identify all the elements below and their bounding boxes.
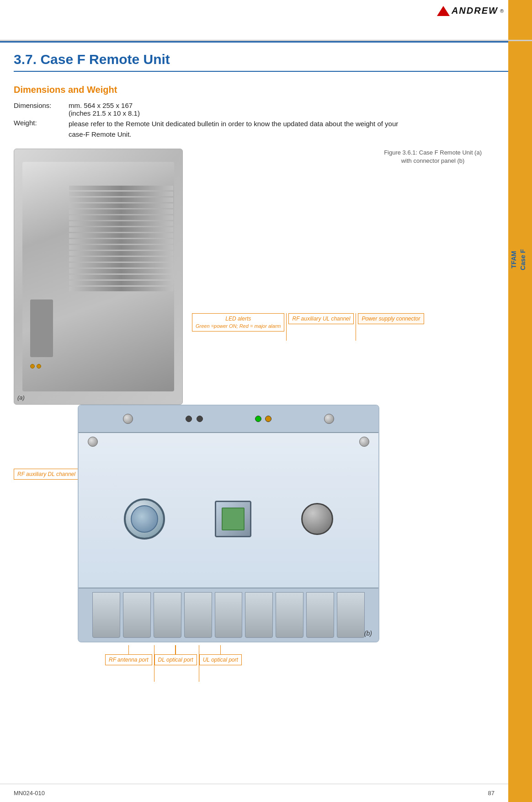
device-a-wrapper: (a) <box>14 149 183 405</box>
ul-optical-connector <box>301 503 333 535</box>
fin-1 <box>69 186 173 190</box>
conn-square-dl <box>215 501 251 537</box>
callout-ul-optical-text: UL optical port <box>203 657 238 663</box>
led-indicator-1 <box>186 416 192 422</box>
panel-fins <box>79 588 378 642</box>
section-number: 3.7. <box>14 52 37 67</box>
panel-fin-1 <box>92 592 120 638</box>
device-panel-b: (b) <box>78 405 379 642</box>
small-leds <box>255 416 271 422</box>
fin-13 <box>69 257 173 262</box>
panel-detail <box>30 299 53 357</box>
fin-14 <box>69 263 173 267</box>
callout-dl-optical-wrapper: DL optical port <box>154 645 197 682</box>
fin-11 <box>69 245 173 250</box>
panel-fin-2 <box>123 592 151 638</box>
dim-mm: mm. 564 x 255 x 167 <box>69 102 518 109</box>
fin-7 <box>69 221 173 226</box>
led-amber <box>265 416 271 422</box>
callout-rf-antenna-wrapper: RF antenna port <box>105 645 152 682</box>
tfam-line2: Case F <box>519 249 526 270</box>
panel-fin-5 <box>215 592 243 638</box>
label-a: (a) <box>17 394 25 401</box>
arrow-rf-antenna-line <box>128 645 129 654</box>
screw-ml <box>88 437 98 447</box>
callout-led-text: LED alerts <box>225 315 251 322</box>
header: ANDREW® <box>0 0 532 41</box>
dim-row-dimensions: Dimensions: mm. 564 x 255 x 167 (inches … <box>14 102 518 117</box>
callout-ul-optical: UL optical port <box>199 654 242 665</box>
connector-dot-2 <box>37 364 41 369</box>
conn-round-ul <box>301 503 333 535</box>
callout-rf-ul: RF auxiliary UL channel <box>288 313 354 324</box>
callout-rf-dl: RF auxiliary DL channel <box>14 469 79 480</box>
andrew-logo: ANDREW® <box>437 5 504 16</box>
fin-4 <box>69 203 173 208</box>
callout-rf-dl-text: RF auxiliary DL channel <box>17 471 75 477</box>
fin-3 <box>69 198 173 202</box>
callout-divider-1 <box>286 313 287 341</box>
callout-power: Power supply connector <box>358 313 424 324</box>
callout-rf-antenna-text: RF antenna port <box>109 657 149 663</box>
panel-fin-6 <box>245 592 273 638</box>
callout-divider-2 <box>356 313 356 341</box>
led-group <box>186 416 203 422</box>
led-indicator-2 <box>197 416 203 422</box>
fin-12 <box>69 251 173 256</box>
callout-ul-optical-wrapper: UL optical port <box>199 645 242 682</box>
arrow-ul-optical-line <box>220 645 221 654</box>
fin-2 <box>69 192 173 196</box>
led-green <box>255 416 261 422</box>
panel-top <box>79 406 378 433</box>
screw-mr <box>359 437 369 447</box>
rf-antenna-connector <box>124 498 165 540</box>
fin-6 <box>69 215 173 220</box>
figure-lower: RF auxiliary DL channel <box>78 405 518 682</box>
figure-upper: (a) LED alerts Green =power ON; Red = ma… <box>14 149 518 405</box>
fin-18 <box>69 287 173 291</box>
label-b: (b) <box>364 630 372 637</box>
device-fins <box>68 185 174 357</box>
callout-dl-optical: DL optical port <box>154 654 197 665</box>
callout-led-wrapper: LED alerts Green =power ON; Red = major … <box>192 313 284 331</box>
connector-dot-1 <box>30 364 35 369</box>
screw-tr <box>324 414 334 424</box>
callout-led-sub: Green =power ON; Red = major alarm <box>196 323 281 329</box>
dimensions-table: Dimensions: mm. 564 x 255 x 167 (inches … <box>14 102 518 139</box>
conn-square-inner-dl <box>222 508 245 530</box>
panel-second-row <box>79 433 378 450</box>
panel-fin-8 <box>306 592 334 638</box>
callout-power-text: Power supply connector <box>362 315 420 322</box>
conn-circular-rf <box>124 498 165 540</box>
dim-value-weight: please refer to the Remote Unit dedicate… <box>69 119 407 139</box>
panel-fin-4 <box>184 592 212 638</box>
fin-9 <box>69 233 173 238</box>
dim-row-weight: Weight: please refer to the Remote Unit … <box>14 119 518 139</box>
fin-10 <box>69 239 173 244</box>
section-name: Case F Remote Unit <box>40 52 170 67</box>
sub-heading: Dimensions and Weight <box>14 85 518 95</box>
andrew-logo-reg: ® <box>500 8 504 14</box>
andrew-logo-text: ANDREW <box>452 5 498 16</box>
callouts-a-row: LED alerts Green =power ON; Red = major … <box>192 313 424 341</box>
callout-rf-dl-wrapper: RF auxiliary DL channel <box>14 469 79 480</box>
footer: MN024-010 87 <box>0 784 508 802</box>
bottom-callouts: RF antenna port DL optical port <box>105 645 518 682</box>
panel-fin-3 <box>154 592 181 638</box>
conn-circular-inner-rf <box>131 505 158 533</box>
connectors-bottom <box>30 364 41 369</box>
dim-inches: (inches 21.5 x 10 x 8.1) <box>69 109 518 117</box>
dim-label-dimensions: Dimensions: <box>14 102 69 109</box>
dl-optical-connector <box>215 501 251 537</box>
panel-mid <box>79 450 378 588</box>
callout-rf-antenna: RF antenna port <box>105 654 152 665</box>
andrew-logo-triangle <box>437 6 450 16</box>
panel-fin-7 <box>276 592 303 638</box>
fin-8 <box>69 227 173 232</box>
panel-fin-9 <box>337 592 365 638</box>
fin-16 <box>69 275 173 279</box>
fin-17 <box>69 281 173 285</box>
device-inner <box>22 162 174 391</box>
logo-area: ANDREW® <box>437 5 504 16</box>
callout-dl-optical-text: DL optical port <box>158 657 193 663</box>
